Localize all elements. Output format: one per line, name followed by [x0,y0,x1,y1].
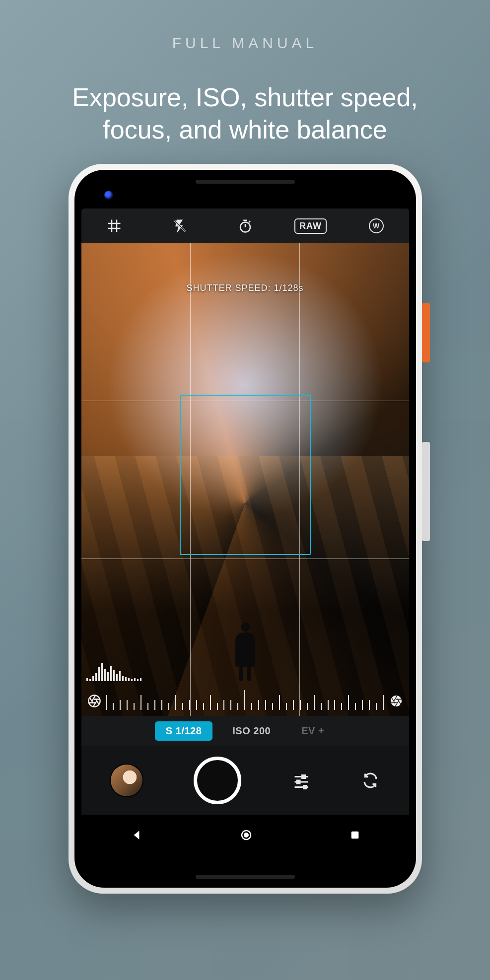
histogram-bar [125,677,127,681]
android-nav-bar [81,815,409,855]
dial-tick [210,695,211,710]
raw-toggle[interactable]: RAW [297,218,325,234]
svg-line-9 [249,221,250,222]
dial-tick [230,700,231,710]
dial-tick [355,703,356,710]
device-power-button [422,303,430,362]
dial-tick [147,703,148,710]
histogram-bar [104,669,106,681]
mode-chip-shutter[interactable]: S 1/128 [155,721,212,741]
histogram-bar [137,679,139,681]
histogram-bar [116,674,118,681]
svg-rect-15 [297,780,300,783]
flash-toggle[interactable] [166,217,194,234]
back-triangle-icon [130,829,143,841]
wb-icon: W [369,218,384,233]
promo-headline-line2: focus, and white balance [0,114,490,146]
dial-tick [223,700,224,710]
gallery-thumbnail[interactable] [111,765,142,796]
device-bottom-speaker [196,875,295,879]
phone-device-frame: RAW W SHUTTER SPEED: 1/128s [69,164,422,894]
android-home-button[interactable] [240,829,252,841]
dial-tick [113,703,114,710]
histogram-bar [107,672,109,681]
histogram-bar [92,676,94,681]
subject-silhouette [234,623,256,681]
dial-tick [189,700,190,710]
dial-tick [362,700,363,710]
settings-button[interactable] [292,771,310,789]
histogram-bar [98,667,100,681]
dial-tick [314,695,315,710]
dial-ticks[interactable] [104,692,386,710]
flash-off-icon [172,217,187,234]
app-screen: RAW W SHUTTER SPEED: 1/128s [81,209,409,855]
histogram-bar [128,678,130,681]
histogram [86,662,141,681]
recents-square-icon [350,830,360,840]
mode-selector: S 1/128 ISO 200 EV + [81,716,409,746]
switch-camera-button[interactable] [361,771,379,789]
promo-copy: FULL MANUAL Exposure, ISO, shutter speed… [0,35,490,146]
device-volume-button [422,442,430,541]
dial-tick [168,703,169,710]
svg-rect-13 [302,775,305,778]
histogram-bar [110,666,112,681]
device-front-camera [104,191,113,200]
svg-rect-20 [351,832,358,839]
promo-headline: Exposure, ISO, shutter speed, focus, and… [0,81,490,146]
histogram-bar [119,671,121,681]
histogram-bar [131,679,133,681]
sliders-icon [292,771,310,789]
value-dial[interactable] [81,686,409,716]
histogram-bar [101,663,103,681]
histogram-bar [86,678,88,681]
dial-tick [203,703,204,710]
histogram-bar [140,678,141,681]
dial-tick [175,695,176,710]
switch-camera-icon [361,771,379,789]
dial-tick [369,700,370,710]
focus-rectangle[interactable] [180,395,311,556]
dial-tick [376,703,377,710]
dial-tick [341,703,342,710]
mode-chip-ev[interactable]: EV + [290,721,335,741]
camera-top-toolbar: RAW W [81,209,409,243]
aperture-right-icon [386,694,406,708]
dial-tick [265,700,266,710]
dial-tick [321,703,322,710]
android-back-button[interactable] [130,829,143,841]
timer-icon [238,218,253,233]
grid-toggle[interactable] [100,218,128,233]
dial-tick [120,700,121,710]
dial-tick [279,695,280,710]
android-recents-button[interactable] [350,830,360,840]
dial-tick [161,700,162,710]
dial-tick [106,695,107,710]
svg-point-19 [244,833,249,838]
dial-tick [334,700,335,710]
aperture-icon [87,694,101,708]
svg-rect-17 [304,786,307,789]
dial-tick [244,690,245,710]
grid-icon [107,218,122,233]
dial-tick [258,700,259,710]
timer-toggle[interactable] [231,218,259,233]
dial-tick [127,700,128,710]
camera-viewfinder[interactable]: SHUTTER SPEED: 1/128s [81,243,409,716]
mode-chip-iso[interactable]: ISO 200 [221,721,281,741]
shutter-button[interactable] [194,757,241,804]
white-balance-toggle[interactable]: W [362,218,390,233]
histogram-bar [113,670,115,681]
dial-tick [140,695,141,710]
device-earpiece [196,180,295,184]
device-bezel: RAW W SHUTTER SPEED: 1/128s [74,170,416,888]
dial-tick [383,695,384,710]
dial-tick [328,700,329,710]
histogram-bar [95,673,97,681]
histogram-bar [134,678,136,681]
dial-tick [272,703,273,710]
dial-tick [134,703,135,710]
dial-tick [348,695,349,710]
dial-tick [307,703,308,710]
